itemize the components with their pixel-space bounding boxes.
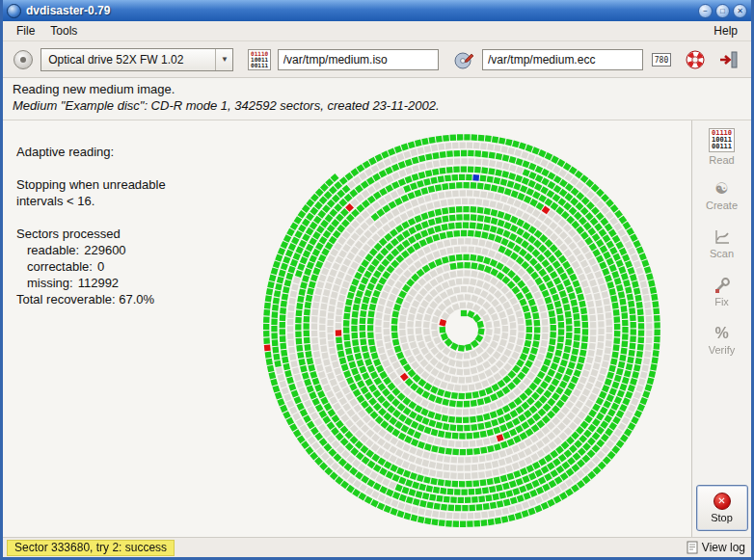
menu-help[interactable]: Help <box>706 22 745 40</box>
sectors-processed-title: Sectors processed <box>16 226 236 242</box>
titlebar: dvdisaster-0.79 − □ ✕ <box>3 0 751 21</box>
drive-selector[interactable]: Optical drive 52X FW 1.02 ▼ <box>40 48 233 71</box>
scan-button: Scan <box>696 221 748 266</box>
missing-value: 112992 <box>78 275 119 291</box>
drive-button[interactable] <box>11 47 35 72</box>
ecc-file-input[interactable] <box>482 49 643 70</box>
log-file-icon <box>687 541 698 554</box>
read-binary-icon: 01110 10011 00111 <box>709 128 735 152</box>
fix-tools-icon <box>714 277 731 294</box>
ecc-disc-icon <box>453 49 474 70</box>
stop-label: Stop <box>711 512 733 523</box>
statusbar: Sector 333680, try 2: success View log <box>3 537 751 557</box>
menu-file[interactable]: File <box>9 22 42 40</box>
table-row: correctable: 0 <box>27 258 236 275</box>
scan-icon <box>714 228 731 246</box>
status-line-2: Medium "Example disc": CD-R mode 1, 3425… <box>13 98 741 113</box>
app-window: dvdisaster-0.79 − □ ✕ File Tools Help Op… <box>0 0 754 560</box>
create-button: ☯ Create <box>696 173 748 218</box>
window-title: dvdisaster-0.79 <box>26 4 695 17</box>
ecc-file-button[interactable] <box>452 47 476 72</box>
help-button[interactable] <box>683 47 708 72</box>
close-button[interactable]: ✕ <box>733 4 747 18</box>
app-icon <box>7 4 21 18</box>
create-label: Create <box>706 200 738 211</box>
read-button: 01110 10011 00111 Read <box>696 124 748 170</box>
status-message: Sector 333680, try 2: success <box>7 540 175 556</box>
read-label: Read <box>709 154 734 166</box>
table-row: readable: 229600 <box>27 242 236 258</box>
toolbar: Optical drive 52X FW 1.02 ▼ 01110 10011 … <box>3 41 751 78</box>
action-sidebar: 01110 10011 00111 Read ☯ Create Scan <box>691 120 751 537</box>
binary-file-icon: 01110 10011 00111 <box>248 49 271 70</box>
spiral-area <box>236 120 691 537</box>
verify-icon: % <box>714 325 728 342</box>
image-file-input[interactable] <box>278 49 439 70</box>
verify-label: Verify <box>709 344 736 356</box>
fix-label: Fix <box>714 296 729 307</box>
quit-button[interactable] <box>716 47 741 72</box>
correctable-value: 0 <box>97 258 104 275</box>
exit-arrow-icon <box>718 49 740 70</box>
stopping-condition-text: Stopping when unreadable intervals < 16. <box>16 176 236 209</box>
main-area: Adaptive reading: Stopping when unreadab… <box>3 120 751 537</box>
chevron-down-icon: ▼ <box>215 49 232 70</box>
menu-tools[interactable]: Tools <box>42 22 85 40</box>
correctable-label: correctable: <box>27 258 93 275</box>
preferences-icon: 780 <box>652 53 671 67</box>
sectors-table: readable: 229600 correctable: 0 missing:… <box>27 242 236 291</box>
menubar: File Tools Help <box>3 21 751 41</box>
view-log-label: View log <box>702 541 745 554</box>
reading-info-panel: Adaptive reading: Stopping when unreadab… <box>3 120 236 537</box>
fix-button: Fix <box>696 269 748 314</box>
missing-label: missing: <box>27 275 73 291</box>
readable-value: 229600 <box>84 242 125 258</box>
adaptive-reading-heading: Adaptive reading: <box>16 144 236 160</box>
stop-button[interactable]: ✕ Stop <box>696 485 748 531</box>
verify-button: % Verify <box>696 317 748 362</box>
total-recoverable-text: Total recoverable: 67.0% <box>16 291 236 307</box>
optical-drive-icon <box>13 50 33 69</box>
life-preserver-icon <box>685 49 706 70</box>
scan-label: Scan <box>710 248 734 259</box>
preferences-button[interactable]: 780 <box>649 47 674 72</box>
sector-spiral-visualization <box>259 124 668 533</box>
stop-icon: ✕ <box>714 493 731 510</box>
readable-label: readable: <box>27 242 79 258</box>
view-log-button[interactable]: View log <box>687 541 745 554</box>
minimize-button[interactable]: − <box>698 4 713 18</box>
image-file-button[interactable]: 01110 10011 00111 <box>247 47 271 72</box>
table-row: missing: 112992 <box>27 275 236 291</box>
maximize-button[interactable]: □ <box>715 4 730 18</box>
create-icon: ☯ <box>714 180 728 198</box>
drive-selector-value: Optical drive 52X FW 1.02 <box>41 49 215 70</box>
status-line-1: Reading new medium image. <box>13 82 741 96</box>
status-header: Reading new medium image. Medium "Exampl… <box>3 78 751 120</box>
